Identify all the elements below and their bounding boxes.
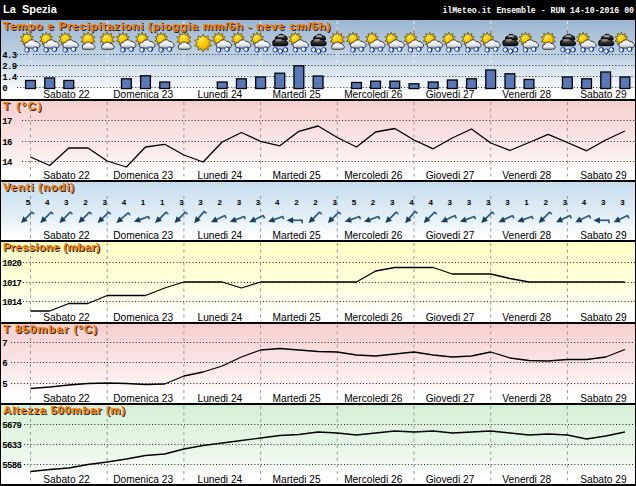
svg-text:2.9: 2.9 bbox=[2, 62, 17, 72]
svg-text:1014: 1014 bbox=[2, 298, 22, 308]
svg-text:Sabato 22: Sabato 22 bbox=[43, 393, 90, 404]
svg-text:1.4: 1.4 bbox=[2, 73, 18, 83]
svg-text:Sabato 22: Sabato 22 bbox=[43, 89, 90, 100]
svg-text:5: 5 bbox=[26, 198, 31, 207]
svg-text:Lunedi 24: Lunedi 24 bbox=[198, 474, 243, 485]
svg-text:1: 1 bbox=[160, 198, 165, 207]
svg-text:Sabato 29: Sabato 29 bbox=[580, 474, 627, 485]
svg-text:Martedi 25: Martedi 25 bbox=[273, 89, 321, 100]
svg-text:Domenica 23: Domenica 23 bbox=[113, 230, 173, 241]
svg-text:Mercoledi 26: Mercoledi 26 bbox=[344, 170, 403, 181]
svg-text:Martedi 25: Martedi 25 bbox=[273, 312, 321, 323]
svg-text:1: 1 bbox=[141, 198, 146, 207]
svg-text:3: 3 bbox=[333, 198, 338, 207]
svg-text:2: 2 bbox=[83, 198, 88, 207]
svg-text:Venerdi 28: Venerdi 28 bbox=[502, 230, 551, 241]
svg-text:3: 3 bbox=[486, 198, 491, 207]
svg-text:3: 3 bbox=[198, 198, 203, 207]
svg-text:3: 3 bbox=[620, 198, 625, 207]
svg-text:0: 0 bbox=[2, 84, 7, 94]
svg-text:Sabato 22: Sabato 22 bbox=[43, 230, 90, 241]
svg-text:Venerdi 28: Venerdi 28 bbox=[502, 170, 551, 181]
svg-text:Martedi 25: Martedi 25 bbox=[273, 170, 321, 181]
svg-text:Sabato 29: Sabato 29 bbox=[580, 230, 627, 241]
svg-text:Giovedi 27: Giovedi 27 bbox=[426, 474, 475, 485]
svg-text:3: 3 bbox=[563, 198, 568, 207]
svg-text:3: 3 bbox=[601, 198, 606, 207]
svg-text:Mercoledi 26: Mercoledi 26 bbox=[344, 312, 403, 323]
svg-text:Venerdi 28: Venerdi 28 bbox=[502, 474, 551, 485]
svg-text:Mercoledi 26: Mercoledi 26 bbox=[344, 230, 403, 241]
svg-text:Martedi 25: Martedi 25 bbox=[273, 393, 321, 404]
svg-text:Giovedi 27: Giovedi 27 bbox=[426, 230, 475, 241]
svg-text:1020: 1020 bbox=[2, 259, 21, 269]
svg-text:6: 6 bbox=[2, 359, 7, 369]
svg-text:4: 4 bbox=[122, 198, 127, 207]
svg-text:Venerdi 28: Venerdi 28 bbox=[502, 393, 551, 404]
svg-text:2: 2 bbox=[543, 198, 548, 207]
svg-text:Lunedi 24: Lunedi 24 bbox=[198, 393, 243, 404]
svg-text:Lunedi 24: Lunedi 24 bbox=[198, 230, 243, 241]
svg-text:7: 7 bbox=[2, 339, 7, 349]
svg-text:3: 3 bbox=[390, 198, 395, 207]
svg-text:4: 4 bbox=[428, 198, 433, 207]
svg-text:Domenica 23: Domenica 23 bbox=[113, 312, 173, 323]
svg-text:16: 16 bbox=[2, 138, 12, 148]
svg-text:Domenica 23: Domenica 23 bbox=[113, 89, 173, 100]
svg-text:Lunedi 24: Lunedi 24 bbox=[198, 312, 243, 323]
svg-text:2: 2 bbox=[371, 198, 376, 207]
svg-text:3: 3 bbox=[256, 198, 261, 207]
svg-text:17: 17 bbox=[2, 117, 12, 127]
svg-text:3: 3 bbox=[64, 198, 69, 207]
svg-text:3: 3 bbox=[505, 198, 510, 207]
svg-text:5: 5 bbox=[352, 198, 357, 207]
svg-text:Martedi 25: Martedi 25 bbox=[273, 474, 321, 485]
svg-text:Lunedi 24: Lunedi 24 bbox=[198, 170, 243, 181]
svg-text:1017: 1017 bbox=[2, 279, 21, 289]
svg-text:Mercoledi 26: Mercoledi 26 bbox=[344, 474, 403, 485]
svg-text:Lunedi 24: Lunedi 24 bbox=[198, 89, 243, 100]
svg-text:3: 3 bbox=[179, 198, 184, 207]
svg-text:Domenica 23: Domenica 23 bbox=[113, 393, 173, 404]
svg-text:5586: 5586 bbox=[2, 461, 21, 471]
svg-text:Sabato 29: Sabato 29 bbox=[580, 312, 627, 323]
svg-text:Sabato 22: Sabato 22 bbox=[43, 474, 90, 485]
svg-text:4: 4 bbox=[409, 198, 414, 207]
svg-text:Mercoledi 26: Mercoledi 26 bbox=[344, 393, 403, 404]
svg-text:Martedi 25: Martedi 25 bbox=[273, 230, 321, 241]
svg-text:3: 3 bbox=[467, 198, 472, 207]
svg-text:1: 1 bbox=[524, 198, 529, 207]
svg-text:4: 4 bbox=[275, 198, 280, 207]
svg-text:Sabato 29: Sabato 29 bbox=[580, 393, 627, 404]
svg-text:4: 4 bbox=[45, 198, 50, 207]
svg-text:2: 2 bbox=[313, 198, 318, 207]
svg-text:Giovedi 27: Giovedi 27 bbox=[426, 393, 475, 404]
svg-text:4.3: 4.3 bbox=[2, 51, 17, 61]
svg-text:Sabato 22: Sabato 22 bbox=[43, 170, 90, 181]
svg-text:Venerdi 28: Venerdi 28 bbox=[502, 89, 551, 100]
svg-text:5: 5 bbox=[2, 380, 7, 390]
svg-text:2: 2 bbox=[217, 198, 222, 207]
svg-text:5679: 5679 bbox=[2, 421, 21, 431]
svg-text:Giovedi 27: Giovedi 27 bbox=[426, 170, 475, 181]
svg-text:14: 14 bbox=[2, 158, 13, 168]
svg-text:Mercoledi 26: Mercoledi 26 bbox=[344, 89, 403, 100]
svg-text:Sabato 22: Sabato 22 bbox=[43, 312, 90, 323]
svg-text:Giovedi 27: Giovedi 27 bbox=[426, 89, 475, 100]
svg-text:3: 3 bbox=[237, 198, 242, 207]
svg-text:3: 3 bbox=[102, 198, 107, 207]
svg-text:Domenica 23: Domenica 23 bbox=[113, 474, 173, 485]
svg-text:Venerdi 28: Venerdi 28 bbox=[502, 312, 551, 323]
svg-text:Giovedi 27: Giovedi 27 bbox=[426, 312, 475, 323]
svg-text:2: 2 bbox=[294, 198, 299, 207]
svg-text:3: 3 bbox=[448, 198, 453, 207]
svg-text:5633: 5633 bbox=[2, 441, 21, 451]
svg-text:Sabato 29: Sabato 29 bbox=[580, 89, 627, 100]
svg-text:Sabato 29: Sabato 29 bbox=[580, 170, 627, 181]
svg-text:Domenica 23: Domenica 23 bbox=[113, 170, 173, 181]
svg-text:4: 4 bbox=[582, 198, 587, 207]
